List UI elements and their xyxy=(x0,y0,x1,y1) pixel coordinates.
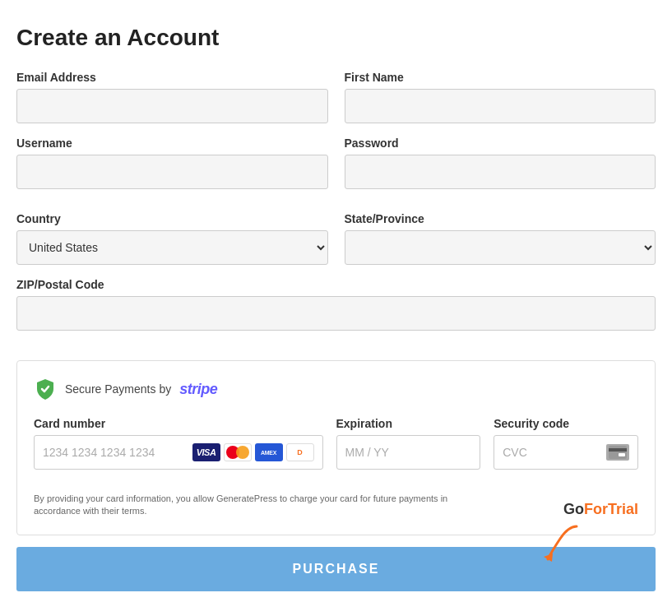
expiry-field[interactable]: MM / YY xyxy=(336,435,481,470)
username-label: Username xyxy=(16,137,328,150)
state-group: State/Province Alabama Alaska California… xyxy=(345,212,656,265)
cvc-icon xyxy=(606,444,629,461)
svg-rect-0 xyxy=(609,446,627,459)
card-number-group: Card number 1234 1234 1234 1234 VISA AME… xyxy=(34,417,323,470)
state-select[interactable]: Alabama Alaska California New York Texas xyxy=(345,230,656,265)
security-group: Security code CVC xyxy=(494,417,638,470)
expiration-group: Expiration MM / YY xyxy=(336,417,481,470)
username-group: Username xyxy=(16,137,328,189)
card-number-label: Card number xyxy=(34,417,323,430)
terms-row: By providing your card information, you … xyxy=(34,481,638,518)
gofortrial-logo: GoForTrial xyxy=(563,501,638,518)
firstname-label: First Name xyxy=(345,71,656,84)
payment-section: Secure Payments by stripe Card number 12… xyxy=(16,360,656,535)
email-group: Email Address xyxy=(16,71,328,123)
state-label: State/Province xyxy=(345,212,656,225)
secure-text: Secure Payments by xyxy=(65,382,171,396)
row-username-password: Username Password xyxy=(16,137,656,189)
page-title: Create an Account xyxy=(16,25,656,51)
security-label: Security code xyxy=(494,417,638,430)
row-country-state: Country United States Canada United King… xyxy=(16,212,656,265)
email-input[interactable] xyxy=(16,89,328,123)
zip-input[interactable] xyxy=(16,296,656,331)
shield-icon xyxy=(34,377,57,401)
svg-marker-3 xyxy=(544,553,553,562)
expiration-label: Expiration xyxy=(336,417,481,430)
terms-text: By providing your card information, you … xyxy=(34,493,457,518)
zip-group: ZIP/Postal Code xyxy=(16,278,656,331)
row-email-firstname: Email Address First Name xyxy=(16,71,656,123)
amex-icon: AMEX xyxy=(255,443,283,461)
mastercard-icon xyxy=(224,443,252,461)
go-part: Go xyxy=(563,501,584,517)
page-container: Create an Account Email Address First Na… xyxy=(16,16,656,600)
password-input[interactable] xyxy=(345,155,656,189)
country-select[interactable]: United States Canada United Kingdom Aust… xyxy=(16,230,328,265)
password-group: Password xyxy=(345,137,656,189)
country-label: Country xyxy=(16,212,328,225)
payment-fields: Card number 1234 1234 1234 1234 VISA AME… xyxy=(34,417,638,470)
firstname-input[interactable] xyxy=(345,89,656,123)
row-zip: ZIP/Postal Code xyxy=(16,278,656,331)
arrow-icon xyxy=(540,522,589,563)
visa-icon: VISA xyxy=(192,443,220,461)
username-input[interactable] xyxy=(16,155,328,189)
svg-rect-1 xyxy=(609,448,627,452)
for-trial-part: ForTrial xyxy=(584,501,638,517)
cvc-placeholder: CVC xyxy=(503,446,527,459)
email-label: Email Address xyxy=(16,71,328,84)
card-placeholder: 1234 1234 1234 1234 xyxy=(43,446,192,459)
svg-rect-2 xyxy=(619,453,625,456)
stripe-logo: stripe xyxy=(179,381,217,398)
cvc-field[interactable]: CVC xyxy=(494,435,638,470)
password-label: Password xyxy=(345,137,656,150)
expiry-placeholder: MM / YY xyxy=(345,446,389,459)
firstname-group: First Name xyxy=(345,71,656,123)
card-icons: VISA AMEX D xyxy=(192,443,314,461)
country-group: Country United States Canada United King… xyxy=(16,212,328,265)
stripe-header: Secure Payments by stripe xyxy=(34,377,638,401)
discover-icon: D xyxy=(286,443,314,461)
zip-label: ZIP/Postal Code xyxy=(16,278,656,291)
card-number-field[interactable]: 1234 1234 1234 1234 VISA AMEX D xyxy=(34,435,323,470)
